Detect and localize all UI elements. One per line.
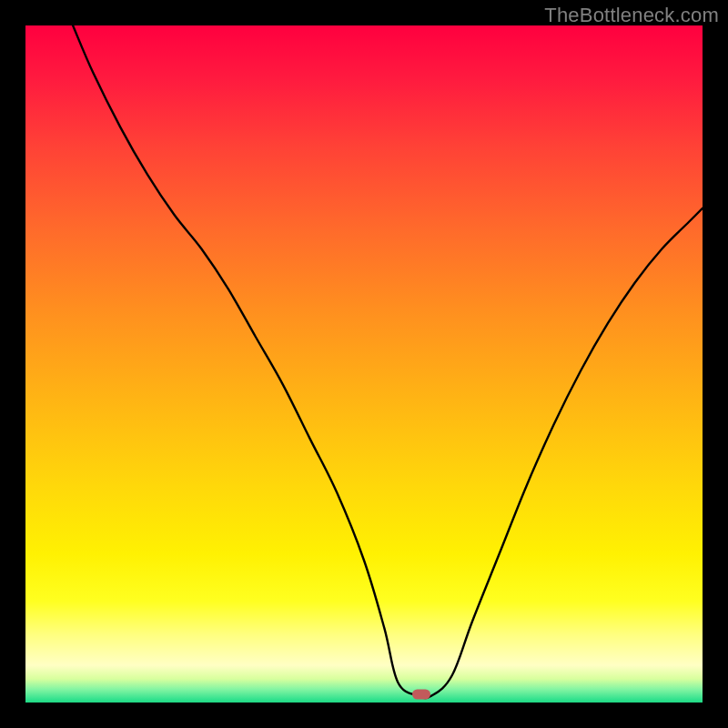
- attribution-text: TheBottleneck.com: [544, 4, 719, 27]
- min-point-marker: [412, 690, 430, 700]
- chart-frame: TheBottleneck.com: [0, 0, 728, 728]
- bottleneck-curve: [25, 25, 703, 703]
- plot-area: [25, 25, 703, 703]
